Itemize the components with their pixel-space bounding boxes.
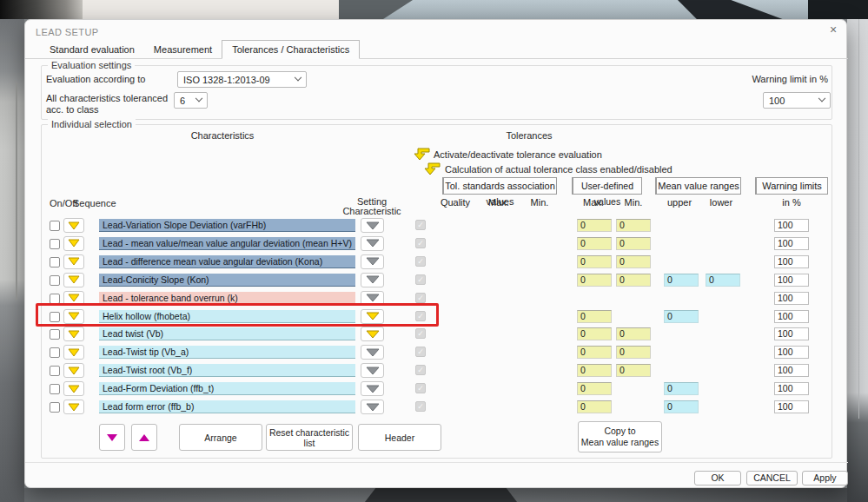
characteristic-bar[interactable]: Lead form error (ffb_b) [99, 400, 355, 413]
field-warning[interactable]: 100 [774, 255, 809, 268]
apply-button[interactable]: Apply [802, 471, 848, 485]
characteristic-bar[interactable]: Lead - difference mean value angular dev… [99, 255, 355, 268]
field-warning[interactable]: 100 [774, 382, 809, 395]
sequence-button[interactable] [63, 273, 84, 287]
field-ud-min[interactable]: 0 [616, 274, 651, 287]
sequence-button[interactable] [63, 291, 84, 306]
field-warning[interactable]: 100 [774, 237, 809, 250]
setting-characteristic-button[interactable] [361, 327, 384, 341]
gear-silhouette-icon [808, 0, 868, 19]
onoff-checkbox[interactable] [50, 347, 60, 358]
onoff-checkbox[interactable] [50, 257, 60, 268]
onoff-checkbox[interactable] [50, 402, 60, 413]
copy-to-mean-value-ranges-button[interactable]: Copy to Mean value ranges [578, 421, 662, 452]
tab-bar: Standard evaluation Measurement Toleranc… [25, 41, 848, 59]
setting-characteristic-button[interactable] [361, 291, 384, 306]
field-ud-min[interactable]: 0 [616, 237, 651, 250]
field-warning[interactable]: 100 [774, 292, 809, 305]
arrange-button[interactable]: Arrange [179, 424, 262, 451]
evaluation-settings-legend: Evaluation settings [48, 60, 135, 70]
sequence-button[interactable] [63, 345, 84, 360]
field-mr-lower[interactable]: 0 [706, 274, 740, 287]
onoff-checkbox[interactable] [50, 221, 60, 231]
tab-measurement[interactable]: Measurement [144, 42, 222, 58]
field-warning[interactable]: 100 [774, 400, 809, 413]
onoff-checkbox[interactable] [50, 275, 60, 286]
characteristic-bar[interactable]: Lead twist (Vb) [99, 327, 355, 340]
characteristic-bar[interactable]: Lead-Form Deviation (ffb_t) [99, 382, 355, 395]
field-ud-max[interactable]: 0 [577, 327, 612, 340]
field-ud-max[interactable]: 0 [577, 382, 612, 395]
tab-standard-evaluation[interactable]: Standard evaluation [40, 42, 144, 58]
onoff-checkbox[interactable] [50, 294, 60, 304]
sequence-button[interactable] [63, 236, 84, 251]
setting-characteristic-button[interactable] [361, 381, 384, 396]
field-warning[interactable]: 100 [774, 219, 809, 232]
ok-button[interactable]: OK [694, 471, 741, 485]
onoff-checkbox[interactable] [50, 384, 60, 394]
setting-characteristic-button[interactable] [361, 363, 384, 378]
sequence-button[interactable] [63, 327, 84, 341]
setting-characteristic-button[interactable] [361, 400, 384, 414]
field-mr-upper[interactable]: 0 [664, 382, 699, 395]
cancel-button[interactable]: CANCEL [746, 471, 798, 485]
onoff-checkbox[interactable] [50, 366, 60, 376]
evaluation-according-label: Evaluation according to [46, 74, 145, 84]
annotation-tolerance-class: Calculation of actual tolerance class en… [445, 164, 673, 175]
characteristic-bar[interactable]: Helix hollow (fhobeta) [99, 310, 355, 323]
field-ud-max[interactable]: 0 [577, 274, 612, 287]
setting-characteristic-button[interactable] [361, 254, 384, 269]
characteristic-bar[interactable]: Lead-Variation Slope Deviation (varFHb) [99, 219, 355, 232]
field-warning[interactable]: 100 [774, 310, 809, 323]
sequence-button[interactable] [63, 309, 84, 324]
field-ud-min[interactable]: 0 [616, 346, 651, 359]
field-ud-min[interactable]: 0 [616, 327, 651, 340]
warning-limit-select[interactable]: 100 [763, 92, 831, 109]
field-ud-max[interactable]: 0 [577, 364, 612, 377]
sequence-button[interactable] [63, 400, 84, 414]
setting-characteristic-button[interactable] [361, 309, 384, 324]
field-mr-upper[interactable]: 0 [664, 400, 699, 413]
field-warning[interactable]: 100 [774, 364, 809, 377]
setting-characteristic-button[interactable] [361, 345, 384, 360]
sequence-button[interactable] [63, 254, 84, 269]
characteristic-bar[interactable]: Lead - mean value/mean value angular dev… [99, 237, 355, 250]
header-button[interactable]: Header [358, 424, 441, 451]
field-ud-min[interactable]: 0 [616, 364, 651, 377]
sequence-button[interactable] [63, 363, 84, 378]
field-ud-max[interactable]: 0 [577, 310, 612, 323]
characteristic-bar[interactable]: Lead - tolerance band overrun (k) [99, 292, 355, 305]
bent-arrow-icon [421, 162, 441, 175]
move-up-button[interactable] [131, 424, 157, 451]
setting-characteristic-button[interactable] [361, 218, 384, 233]
field-warning[interactable]: 100 [774, 346, 809, 359]
field-mr-upper[interactable]: 0 [664, 310, 699, 323]
onoff-checkbox[interactable] [50, 312, 60, 322]
field-warning[interactable]: 100 [774, 327, 809, 340]
field-mr-upper[interactable]: 0 [664, 274, 699, 287]
characteristic-bar[interactable]: Lead-Conicity Slope (Kon) [99, 274, 355, 287]
characteristic-bar[interactable]: Lead-Twist tip (Vb_a) [99, 346, 355, 359]
sequence-button[interactable] [63, 218, 84, 233]
toleranced-class-select[interactable]: 6 [174, 92, 208, 109]
setting-characteristic-button[interactable] [361, 236, 384, 251]
onoff-checkbox[interactable] [50, 239, 60, 249]
evaluation-according-select[interactable]: ISO 1328-1:2013-09 [177, 71, 307, 88]
field-ud-max[interactable]: 0 [577, 255, 612, 268]
close-icon[interactable]: × [825, 22, 842, 37]
col-in-percent: in % [767, 197, 816, 208]
field-ud-max[interactable]: 0 [577, 346, 612, 359]
sequence-button[interactable] [63, 381, 84, 396]
onoff-checkbox[interactable] [50, 329, 60, 340]
characteristic-bar[interactable]: Lead-Twist root (Vb_f) [99, 364, 355, 377]
field-ud-max[interactable]: 0 [577, 219, 612, 232]
field-warning[interactable]: 100 [774, 274, 809, 287]
field-ud-max[interactable]: 0 [577, 237, 612, 250]
field-ud-max[interactable]: 0 [577, 400, 612, 413]
field-ud-min[interactable]: 0 [616, 255, 651, 268]
move-down-button[interactable] [99, 424, 125, 451]
setting-characteristic-button[interactable] [361, 273, 384, 287]
reset-characteristic-list-button[interactable]: Reset characteristic list [266, 424, 353, 451]
tab-tolerances-characteristics[interactable]: Tolerances / Characteristics [222, 40, 360, 59]
field-ud-min[interactable]: 0 [616, 219, 651, 232]
